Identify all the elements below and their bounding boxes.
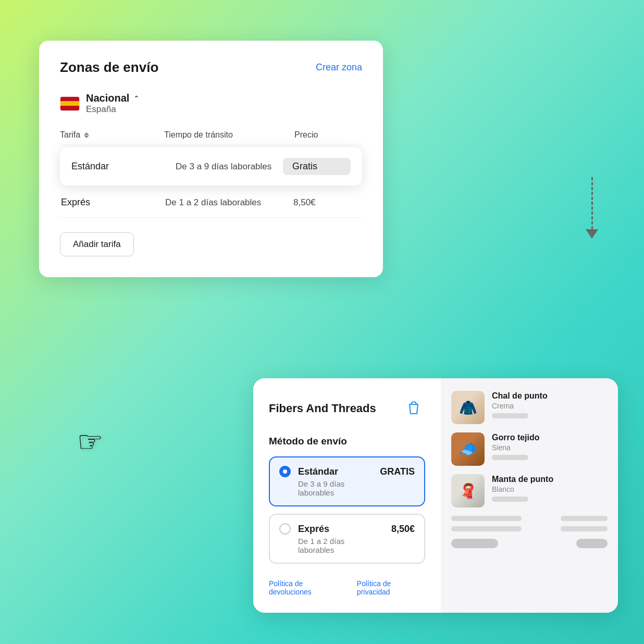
product-item-2: 🧢 Gorro tejido Siena xyxy=(451,432,608,466)
product-price-bar-2 xyxy=(492,455,528,460)
product-info-2: Gorro tejido Siena xyxy=(492,432,608,460)
zone-selector[interactable]: Nacional ⌃ España xyxy=(60,92,362,115)
cursor-hand-icon: ☞ xyxy=(77,427,103,456)
zone-country: España xyxy=(86,104,140,115)
product-info-3: Manta de punto Blanco xyxy=(492,474,608,502)
admin-card-title: Zonas de envío xyxy=(60,59,158,76)
store-front-card: Fibers And Threads Método de envío Están… xyxy=(253,378,618,613)
option-label-estandar: Estándar xyxy=(298,466,373,477)
zone-name: Nacional xyxy=(86,92,129,104)
store-name: Fibers And Threads xyxy=(269,402,376,415)
rate-transit-estandar: De 3 a 9 días laborables xyxy=(176,162,283,172)
rate-name-estandar: Estándar xyxy=(71,161,176,172)
skeleton-bar-1 xyxy=(451,516,522,521)
product-thumb-3: 🧣 xyxy=(451,474,485,507)
option-transit-expres: De 1 a 2 díaslaborables xyxy=(298,537,415,554)
store-footer: Política de devoluciones Política de pri… xyxy=(269,579,425,596)
radio-estandar[interactable] xyxy=(279,466,291,477)
product-thumb-2: 🧢 xyxy=(451,432,485,466)
rate-price-expres: 8,50€ xyxy=(293,197,361,208)
table-header: Tarifa Tiempo de tránsito Precio xyxy=(60,130,362,145)
product-name-3: Manta de punto xyxy=(492,474,608,485)
add-tarifa-button[interactable]: Añadir tarifa xyxy=(60,232,134,256)
politica-devoluciones-link[interactable]: Política de devoluciones xyxy=(269,579,346,596)
politica-privacidad-link[interactable]: Política de privacidad xyxy=(357,579,425,596)
skeleton-bar-2 xyxy=(561,516,608,521)
skeleton-rows xyxy=(451,516,608,548)
product-item-3: 🧣 Manta de punto Blanco xyxy=(451,474,608,507)
shipping-option-expres[interactable]: Exprés 8,50€ De 1 a 2 díaslaborables xyxy=(269,514,425,564)
crear-zona-link[interactable]: Crear zona xyxy=(316,62,362,73)
skeleton-bar-3 xyxy=(451,526,522,531)
rate-name-expres: Exprés xyxy=(61,197,165,208)
admin-card-header: Zonas de envío Crear zona xyxy=(60,59,362,76)
option-label-expres: Exprés xyxy=(298,524,384,535)
radio-expres[interactable] xyxy=(279,523,291,535)
product-variant-3: Blanco xyxy=(492,485,608,493)
shipping-option-estandar[interactable]: Estándar GRATIS De 3 a 9 díaslaborables xyxy=(269,456,425,506)
zone-chevron-icon: ⌃ xyxy=(133,94,140,103)
admin-shipping-card: Zonas de envío Crear zona Nacional ⌃ Esp… xyxy=(39,41,383,277)
product-info-1: Chal de punto Crema xyxy=(492,391,608,418)
product-side: 🧥 Chal de punto Crema 🧢 Gorro tejido Sie… xyxy=(441,378,618,613)
shipping-method-title: Método de envío xyxy=(269,436,425,447)
product-variant-2: Siena xyxy=(492,443,608,452)
store-header: Fibers And Threads xyxy=(269,397,425,420)
option-transit-estandar: De 3 a 9 díaslaborables xyxy=(298,479,415,497)
rate-row-expres[interactable]: Exprés De 1 a 2 días laborables 8,50€ xyxy=(60,188,362,218)
product-price-bar-3 xyxy=(492,497,528,502)
tarifa-header: Tarifa xyxy=(60,130,164,140)
shopping-bag-icon xyxy=(402,397,425,420)
skeleton-btn-1 xyxy=(451,539,498,548)
rate-row-estandar[interactable]: Estándar De 3 a 9 días laborables Gratis xyxy=(60,147,362,185)
precio-header: Precio xyxy=(294,130,362,140)
transito-header: Tiempo de tránsito xyxy=(164,130,294,140)
product-name-2: Gorro tejido xyxy=(492,432,608,443)
rate-transit-expres: De 1 a 2 días laborables xyxy=(165,197,293,208)
sort-icon xyxy=(84,132,89,138)
dashed-arrow xyxy=(586,177,598,239)
option-price-estandar: GRATIS xyxy=(380,466,415,477)
skeleton-btn-2 xyxy=(576,539,608,548)
product-item-1: 🧥 Chal de punto Crema xyxy=(451,391,608,424)
product-price-bar-1 xyxy=(492,413,528,418)
product-name-1: Chal de punto xyxy=(492,391,608,402)
spain-flag-icon xyxy=(60,96,80,111)
gratis-badge: Gratis xyxy=(283,158,351,175)
product-thumb-1: 🧥 xyxy=(451,391,485,424)
product-variant-1: Crema xyxy=(492,402,608,410)
zone-text-group: Nacional ⌃ España xyxy=(86,92,140,115)
checkout-side: Fibers And Threads Método de envío Están… xyxy=(253,378,441,613)
skeleton-bar-4 xyxy=(561,526,608,531)
option-price-expres: 8,50€ xyxy=(391,524,415,535)
